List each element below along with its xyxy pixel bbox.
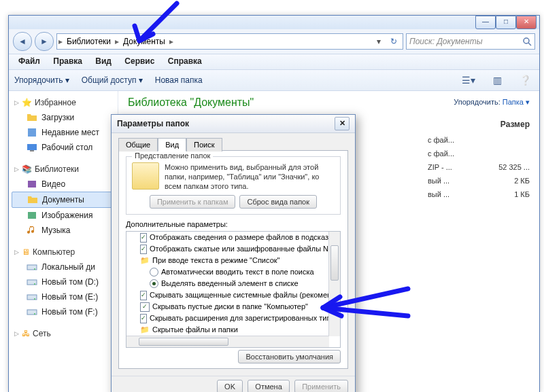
- apply-to-folders-button[interactable]: Применить к папкам: [150, 195, 236, 209]
- reset-folders-button[interactable]: Сброс вида папок: [239, 195, 317, 209]
- tree-item[interactable]: 📁При вводе текста в режиме "Список": [126, 255, 340, 266]
- dialog-title: Параметры папок: [117, 119, 189, 128]
- horizontal-scrollbar[interactable]: [126, 336, 329, 347]
- minimize-button[interactable]: —: [475, 16, 496, 29]
- svg-rect-5: [28, 181, 36, 188]
- nav-row: ◄ ► ▸ Библиотеки ▸ Документы ▸ ▾ ↻ Поиск…: [9, 29, 539, 54]
- folder-icon: [132, 162, 159, 190]
- nav-e[interactable]: Новый том (E:): [9, 289, 118, 304]
- table-row[interactable]: с фай...: [428, 147, 530, 160]
- checkbox[interactable]: ✓: [140, 245, 147, 254]
- svg-rect-4: [30, 150, 34, 152]
- chevron-right-icon: ▸: [115, 37, 119, 46]
- table-row[interactable]: ZIP - ...52 325 ...: [428, 160, 530, 174]
- svg-point-14: [34, 313, 35, 315]
- checkbox[interactable]: ✓: [140, 314, 147, 323]
- folder-icon: 📁: [140, 325, 150, 335]
- menu-view[interactable]: Вид: [90, 54, 117, 68]
- svg-rect-6: [28, 212, 36, 219]
- tab-general[interactable]: Общие: [118, 138, 158, 152]
- nav-local[interactable]: Локальный ди: [9, 260, 118, 274]
- tab-view[interactable]: Вид: [158, 138, 186, 152]
- svg-rect-2: [28, 128, 36, 137]
- breadcrumb-seg[interactable]: Библиотеки: [64, 35, 114, 48]
- nav-music[interactable]: Музыка: [9, 223, 118, 238]
- ok-button[interactable]: OK: [217, 380, 243, 392]
- address-bar[interactable]: ▸ Библиотеки ▸ Документы ▸ ▾ ↻: [56, 33, 403, 50]
- tree-item[interactable]: ✓Отображать сжатые или зашифрованные фай…: [126, 243, 340, 255]
- organize-button[interactable]: Упорядочить ▾: [14, 75, 69, 85]
- table-row[interactable]: с фай...: [428, 133, 530, 147]
- group-title: Представление папок: [132, 152, 213, 160]
- toolbar: Упорядочить ▾ Общий доступ ▾ Новая папка…: [9, 70, 539, 91]
- table-row[interactable]: вый ...2 КБ: [428, 174, 530, 188]
- folder-options-dialog: Параметры папок ✕ Общие Вид Поиск Предст…: [111, 114, 356, 392]
- tab-search[interactable]: Поиск: [186, 138, 222, 152]
- tree-item[interactable]: 📁Скрытые файлы и папки: [126, 324, 340, 336]
- svg-point-8: [34, 268, 35, 270]
- svg-point-12: [34, 298, 35, 300]
- nav-fav[interactable]: ▷⭐Избранное: [9, 95, 118, 110]
- tree-item[interactable]: Показывать скрытые файлы, папки и диски: [126, 347, 340, 348]
- menu-tools[interactable]: Сервис: [119, 54, 160, 68]
- forward-button[interactable]: ►: [35, 32, 54, 51]
- checkbox[interactable]: ✓: [140, 233, 147, 243]
- menu-file[interactable]: Файл: [13, 54, 46, 68]
- search-input[interactable]: Поиск: Документы: [406, 33, 535, 50]
- nav-f[interactable]: Новый том (F:): [9, 304, 118, 319]
- refresh-icon[interactable]: ↻: [386, 37, 401, 46]
- table-row[interactable]: вый ...1 КБ: [428, 188, 530, 201]
- tree-item[interactable]: ✓Скрывать защищенные системные файлы (ре…: [126, 289, 340, 301]
- nav-downloads[interactable]: Загрузки: [9, 110, 118, 125]
- svg-point-10: [34, 283, 35, 285]
- tree-item[interactable]: Автоматически вводить текст в поле поиск…: [126, 266, 340, 278]
- nav-network[interactable]: ▷🖧Сеть: [9, 326, 118, 341]
- titlebar[interactable]: — □ ✕: [9, 16, 539, 29]
- checkbox[interactable]: ✓: [140, 291, 147, 300]
- advanced-tree[interactable]: ✓Отображать сведения о размере файлов в …: [126, 231, 341, 348]
- help-icon[interactable]: ❔: [517, 75, 534, 86]
- restore-defaults-button[interactable]: Восстановить умолчания: [238, 350, 341, 363]
- radio[interactable]: [150, 279, 158, 288]
- nav-pics[interactable]: Изображения: [9, 208, 118, 223]
- nav-computer[interactable]: ▷🖥Компьютер: [9, 245, 118, 260]
- cancel-button[interactable]: Отмена: [248, 380, 289, 392]
- dialog-close-button[interactable]: ✕: [335, 117, 350, 130]
- share-button[interactable]: Общий доступ ▾: [82, 75, 143, 85]
- search-icon: [522, 37, 532, 46]
- column-header-size[interactable]: Размер: [500, 120, 530, 129]
- tree-item[interactable]: ✓Отображать сведения о размере файлов в …: [126, 232, 340, 243]
- group-text: Можно применить вид, выбранный для этой …: [165, 162, 335, 191]
- menu-bar: Файл Правка Вид Сервис Справка: [9, 54, 539, 70]
- menu-edit[interactable]: Правка: [48, 54, 88, 68]
- vertical-scrollbar[interactable]: [328, 232, 340, 336]
- close-button[interactable]: ✕: [516, 16, 537, 29]
- nav-d[interactable]: Новый том (D:): [9, 274, 118, 289]
- nav-video[interactable]: Видео: [9, 177, 118, 192]
- sort-control[interactable]: Упорядочить: Папка ▾: [454, 98, 530, 107]
- newfolder-button[interactable]: Новая папка: [155, 75, 203, 85]
- view-mode-icon[interactable]: ☰▾: [459, 75, 478, 86]
- search-placeholder: Поиск: Документы: [409, 37, 483, 46]
- chevron-right-icon: ▸: [169, 37, 173, 46]
- menu-help[interactable]: Справка: [163, 54, 207, 68]
- nav-docs[interactable]: Документы: [12, 192, 115, 208]
- tree-item[interactable]: ✓Скрывать расширения для зарегистрирован…: [126, 313, 340, 324]
- nav-libs[interactable]: ▷📚Библиотеки: [9, 162, 118, 177]
- svg-rect-3: [27, 144, 37, 150]
- tree-item[interactable]: ✓Скрывать пустые диски в папке "Компьюте…: [126, 301, 340, 313]
- svg-point-0: [524, 38, 529, 43]
- preview-pane-icon[interactable]: ▥: [490, 75, 505, 86]
- nav-desktop[interactable]: Рабочий стол: [9, 140, 118, 155]
- checkbox[interactable]: ✓: [140, 302, 150, 312]
- dialog-titlebar[interactable]: Параметры папок ✕: [112, 115, 355, 133]
- nav-pane: ▷⭐ИзбранноеЗагрузкиНедавние местРабочий …: [9, 91, 118, 392]
- tree-item[interactable]: Выделять введенный элемент в списке: [126, 278, 340, 289]
- radio[interactable]: [150, 268, 158, 277]
- nav-recent[interactable]: Недавние мест: [9, 125, 118, 140]
- back-button[interactable]: ◄: [13, 32, 32, 51]
- address-dropdown-icon[interactable]: ▾: [373, 37, 385, 46]
- breadcrumb-seg[interactable]: Документы: [120, 35, 168, 48]
- apply-button[interactable]: Применить: [294, 380, 348, 392]
- maximize-button[interactable]: □: [496, 16, 516, 29]
